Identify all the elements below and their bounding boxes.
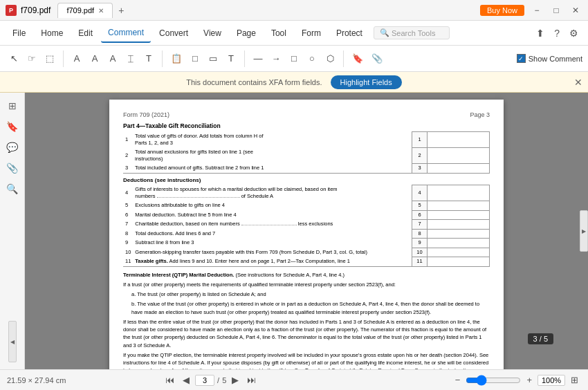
settings-button[interactable]: ⚙ [565,25,582,41]
document-area: Form 709 (2021) Page 3 Part 4—Taxable Gi… [25,93,588,369]
toolbar-separator-2 [162,50,163,67]
menu-tool[interactable]: Tool [264,24,293,43]
replace-tool[interactable]: ⌶ [122,50,139,68]
oval-tool[interactable]: ○ [304,50,320,68]
menu-file[interactable]: File [6,24,33,43]
table-row: 9 Subtract line 8 from line 3 9 [123,239,490,248]
menu-bar: File Home Edit Comment Convert View Page… [0,21,588,46]
sticky-note-tool[interactable]: 📋 [167,50,185,68]
title-bar-filename: f709.pdf [21,6,50,15]
zoom-slider[interactable] [466,375,521,386]
minimize-button[interactable]: − [530,3,544,17]
show-comment-label: Show Comment [529,55,582,63]
cursor-tool[interactable]: ↖ [6,50,22,68]
table-row: 5 Exclusions attributable to gifts on li… [123,201,490,211]
sidebar-thumbnail-icon[interactable]: ⊞ [3,97,21,115]
table-row: 1 Total value of gifts of donor. Add tot… [123,132,490,148]
next-page-button[interactable]: ▶ [229,373,241,387]
menu-comment[interactable]: Comment [101,24,151,43]
show-comment-checkbox[interactable] [517,54,526,63]
current-page-input[interactable] [195,375,214,386]
page-dimensions: 21.59 × 27.94 cm [7,376,66,384]
prev-page-button[interactable]: ◀ [180,373,192,387]
poly-tool[interactable]: ⬡ [322,50,338,68]
main-area: ⊞ 🔖 💬 📎 🔍 ◀ Form 709 (2021) Page 3 Part … [0,93,588,369]
maximize-button[interactable]: □ [549,3,563,17]
right-panel-arrow[interactable]: ▶ [580,210,588,252]
hand-tool[interactable]: ☞ [24,50,40,68]
xfa-notice-bar: This document contains XFA form fields. … [0,72,588,93]
attach-tool[interactable]: 📎 [368,50,386,68]
close-button[interactable]: ✕ [569,3,582,17]
tab-close-btn[interactable]: ✕ [98,7,104,15]
zoom-level-input[interactable] [538,375,565,386]
help-button[interactable]: ? [550,25,564,41]
page-badge: 3 / 5 [528,333,553,344]
fit-page-button[interactable]: ⊞ [568,373,581,387]
first-page-button[interactable]: ⏮ [163,373,177,387]
zoom-out-button[interactable]: − [452,373,463,387]
sidebar-bookmark-icon[interactable]: 🔖 [3,118,21,136]
title-bar: P f709.pdf f709.pdf ✕ + Buy Now − □ ✕ [0,0,588,21]
search-tools-input[interactable]: 🔍 Search Tools [374,26,450,39]
line-tool[interactable]: — [250,50,266,68]
form-title: Form 709 (2021) [123,111,169,120]
deductions-header: Deductions (see instructions) [123,176,490,184]
toolbar-group-5: 🔖 📎 [349,50,386,68]
toolbar-group-4: — → □ ○ ⬡ [250,50,338,68]
pdf-page: Form 709 (2021) Page 3 Part 4—Taxable Gi… [109,100,504,369]
stamp-tool[interactable]: 🔖 [349,50,367,68]
underline-tool[interactable]: A [86,50,103,68]
table-row: 7 Charitable deduction, based on item nu… [123,220,490,230]
menu-edit[interactable]: Edit [71,24,100,43]
toolbar-separator-4 [343,50,344,67]
menu-form[interactable]: Form [295,24,328,43]
table-row: 3 Total included amount of gifts. Subtra… [123,164,490,174]
type-tool[interactable]: T [223,50,239,68]
select-tool[interactable]: ⬚ [42,50,58,68]
table-row: 4 Gifts of interests to spouses for whic… [123,185,490,201]
tab-f709[interactable]: f709.pdf ✕ [57,3,113,18]
arrow-tool[interactable]: → [268,50,284,68]
sidebar-attachment-icon[interactable]: 📎 [3,159,21,177]
menu-page[interactable]: Page [230,24,263,43]
text-box-tool[interactable]: □ [187,50,203,68]
toolbar-group-3: 📋 □ ▭ T [167,50,239,68]
status-bar: 21.59 × 27.94 cm ⏮ ◀ / 5 ▶ ⏭ − + ⊞ [0,369,588,390]
buy-now-button[interactable]: Buy Now [480,5,524,16]
rect-tool[interactable]: □ [286,50,302,68]
xfa-close-button[interactable]: ✕ [574,77,582,88]
callout-tool[interactable]: ▭ [205,50,221,68]
menu-right-buttons: ⬆ ? ⚙ [532,25,582,41]
menu-view[interactable]: View [196,24,228,43]
app-icon: P [6,5,17,16]
left-sidebar: ⊞ 🔖 💬 📎 🔍 ◀ [0,93,25,369]
total-pages: 5 [222,376,226,384]
toolbar-group-2: A A A ⌶ T [68,50,157,68]
menu-protect[interactable]: Protect [329,24,369,43]
deductions-table: 4 Gifts of interests to spouses for whic… [123,185,490,267]
share-button[interactable]: ⬆ [532,25,549,41]
sidebar-search-icon[interactable]: 🔍 [3,180,21,198]
sidebar-collapse-arrow[interactable]: ◀ [8,321,17,362]
sidebar-comment-icon[interactable]: 💬 [3,138,21,156]
new-tab-button[interactable]: + [113,3,129,17]
title-bar-tabs: f709.pdf ✕ + [57,3,129,18]
zoom-in-button[interactable]: + [524,373,535,387]
show-comment-toggle[interactable]: Show Comment [517,54,582,63]
table-row: 8 Total deductions. Add lines 6 and 7 8 [123,229,490,239]
highlight-fields-button[interactable]: Highlight Fields [331,75,402,89]
table-row: 11 Taxable gifts. Add lines 9 and 10. En… [123,257,490,267]
insert-tool[interactable]: T [140,50,157,68]
page-separator: / [217,376,219,384]
last-page-button[interactable]: ⏭ [244,373,259,387]
table-row: 6 Marital deduction. Subtract line 5 fro… [123,210,490,220]
form-table: 1 Total value of gifts of donor. Add tot… [123,131,490,174]
menu-convert[interactable]: Convert [152,24,195,43]
menu-home[interactable]: Home [34,24,70,43]
toolbar: ↖ ☞ ⬚ A A A ⌶ T 📋 □ ▭ T — → □ ○ ⬡ 🔖 📎 Sh… [0,46,588,72]
highlight-tool[interactable]: A [68,50,85,68]
strikeout-tool[interactable]: A [104,50,121,68]
xfa-message: This document contains XFA form fields. [186,78,322,86]
status-bar-left: 21.59 × 27.94 cm [7,376,66,384]
